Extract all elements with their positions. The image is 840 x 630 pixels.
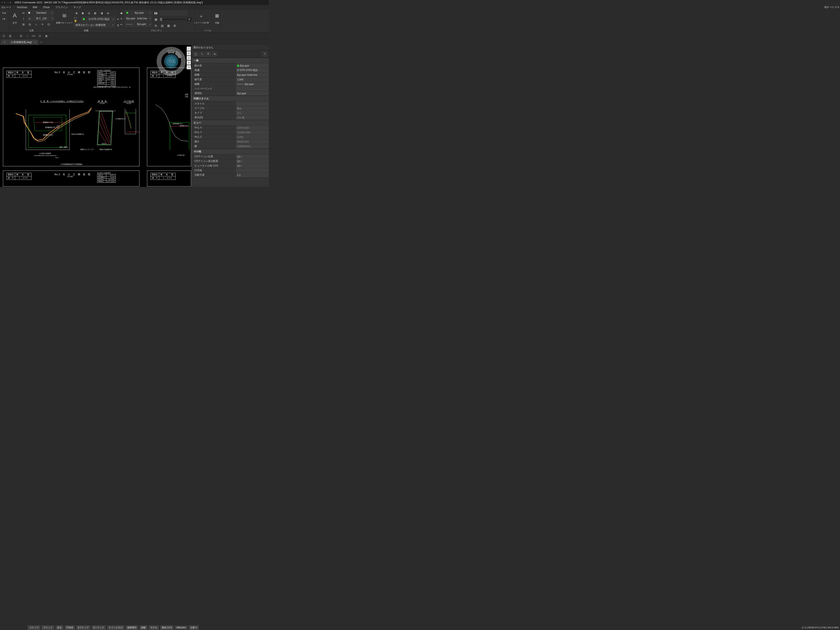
prop-tool-icon[interactable]: ⊞ <box>172 23 177 28</box>
prop-tool-icon[interactable]: ⧉ <box>153 23 158 28</box>
anno-icon[interactable]: ⊡ <box>46 22 51 27</box>
layer-manager-icon[interactable]: ≋ <box>59 11 69 21</box>
property-value[interactable] <box>235 101 269 106</box>
anno-icon[interactable]: ⊟ <box>27 22 32 27</box>
anno-icon[interactable]: ⊞ <box>21 22 26 27</box>
property-value[interactable]: D-STR-STR2-既設 <box>235 68 269 73</box>
property-value[interactable]: ByLayer <box>235 91 269 96</box>
undo-icon[interactable]: ⤺ ▾ <box>1 1 5 4</box>
menu-item[interactable]: XtraTools <box>17 6 27 9</box>
tab-prev[interactable]: × <box>1 39 8 45</box>
tool-icon[interactable]: ▦ <box>44 34 48 38</box>
home-icon[interactable]: ⌂ <box>187 47 191 51</box>
menu-item[interactable]: BIM <box>33 6 37 9</box>
property-value[interactable]: はい <box>235 164 269 168</box>
prop-tool-icon[interactable]: ▤ <box>159 23 165 28</box>
text-style-combo[interactable]: Standard▾ <box>27 11 54 15</box>
dimstyle-icon[interactable]: ⟟ <box>21 16 26 21</box>
lineweight-combo[interactable]: ByLayer▾ <box>125 22 152 27</box>
linetype-icon[interactable]: ≡ <box>119 16 124 21</box>
property-row[interactable]: 表示(D)いいえ <box>191 115 269 120</box>
lineweight-toggle-icon[interactable]: ▮▮ <box>153 11 158 16</box>
close-icon[interactable]: × <box>4 41 5 44</box>
property-value[interactable]: いいえ <box>235 115 269 120</box>
measure-icon[interactable]: ⟁ <box>196 11 206 21</box>
section-other[interactable]: その他 <box>191 149 269 154</box>
draw-icon2[interactable]: ⌇▾ <box>1 16 6 21</box>
opacity-input[interactable] <box>160 11 187 15</box>
property-value[interactable]: 0.000 <box>235 135 269 139</box>
anno-icon[interactable]: ⟐ <box>33 22 39 27</box>
close-icon[interactable]: × <box>35 41 36 44</box>
textstyle-icon[interactable]: AII <box>21 11 26 16</box>
color-combo[interactable]: ByLayer▾ <box>125 11 152 15</box>
property-value[interactable]: 122563.565 <box>235 130 269 134</box>
property-value[interactable]: ByLayer Solid line <box>235 73 269 77</box>
rotate90-icon[interactable]: 90 <box>187 56 191 60</box>
property-row[interactable]: 中心 Y122563.565 <box>191 130 269 135</box>
color-icon[interactable]: ◆ <box>119 11 124 16</box>
dim-style-combo[interactable]: 人実寸_100▾ <box>27 16 54 21</box>
property-row[interactable]: スタイル <box>191 101 269 106</box>
layer-tool-icon[interactable]: ◐ <box>93 11 98 16</box>
rotate-icon[interactable]: ⟳ <box>187 51 191 55</box>
property-row[interactable]: CSアイコン原点配置はい <box>191 159 269 164</box>
property-row[interactable]: テーブルなし <box>191 106 269 111</box>
property-row[interactable]: ビュータイル毎 CCSはい <box>191 164 269 168</box>
section-view[interactable]: ビュー <box>191 120 269 126</box>
property-row[interactable]: 高さ55829.501 <box>191 139 269 144</box>
property-row[interactable]: CCS名 <box>191 168 269 173</box>
property-value[interactable]: 109959.843 <box>235 144 269 148</box>
property-value[interactable]: はい <box>235 159 269 163</box>
property-value[interactable]: はい <box>235 154 269 159</box>
menu-item[interactable]: JTools <box>43 6 50 9</box>
prop-filter-icon[interactable]: ≋ <box>212 52 217 56</box>
property-row[interactable]: 画層D-STR-STR2-既設 <box>191 68 269 73</box>
linetype-combo[interactable]: ByLayer Solid line▾ <box>125 16 152 21</box>
redo-icon[interactable]: ⤻ ▾ <box>7 1 11 4</box>
property-value[interactable]: 23474.662 <box>235 126 269 130</box>
layer-tool-icon[interactable]: ◉ <box>80 11 85 16</box>
info-icon[interactable]: ▦ <box>212 11 222 21</box>
layer-tool-icon[interactable]: ◈ <box>74 11 79 16</box>
prop-cursor-icon[interactable]: ↖ <box>199 52 205 56</box>
section-general[interactable]: 一般 <box>191 58 269 63</box>
property-value[interactable]: ByLayer <box>235 63 269 68</box>
property-row[interactable]: 線の色ByLayer <box>191 63 269 68</box>
property-value[interactable] <box>235 168 269 173</box>
property-row[interactable]: 線幅ByLayer <box>191 82 269 87</box>
prop-cursor2-icon[interactable]: ⇱ <box>206 52 211 56</box>
active-layer-combo[interactable]: D-STR-STR2-既設▾ <box>81 17 115 21</box>
tool-icon[interactable]: ⊡ <box>2 34 6 38</box>
transparency-icon[interactable]: ▦ <box>153 17 158 22</box>
prop-edit-icon[interactable]: ◫ <box>193 52 198 56</box>
tab-active[interactable]: 仁田尾構造図.dwg* × <box>8 39 39 45</box>
property-value[interactable]: 1.000 <box>235 77 269 82</box>
anno-icon[interactable]: Ａ <box>40 22 45 27</box>
draw-icon[interactable]: ✎▾ <box>1 11 6 16</box>
layer-state-combo[interactable]: 保存されていない画層状態▾ <box>74 23 115 27</box>
tool-icon[interactable]: ▥ <box>8 34 12 38</box>
property-row[interactable]: 線尺度1.000 <box>191 77 269 82</box>
menu-item[interactable]: マップ <box>73 6 81 9</box>
layer-tool-icon[interactable]: ◑ <box>99 11 104 16</box>
layer-tool-icon[interactable]: ≣ <box>106 11 111 16</box>
property-row[interactable]: 幅109959.843 <box>191 144 269 149</box>
menu-item[interactable]: ポレート <box>1 6 11 9</box>
model-viewport[interactable]: ⌂ ⟳ 90 ⬌ ⚙ 図面名構 造 図 縮 尺１：２００ No.2 谷 止 工 … <box>0 45 191 187</box>
tool-icon[interactable]: ABC <box>32 34 36 38</box>
property-row[interactable]: CSアイコン位置はい <box>191 154 269 159</box>
text-icon[interactable]: A <box>9 11 20 21</box>
pan-icon[interactable]: ⬌ <box>187 60 191 65</box>
tool-icon[interactable]: ⊡ <box>38 34 42 38</box>
property-row[interactable]: 中心 X23474.662 <box>191 126 269 130</box>
property-value[interactable]: なし <box>235 106 269 111</box>
tool-icon[interactable]: ⊞ <box>19 34 23 38</box>
menu-item[interactable]: プラグイン <box>55 6 68 9</box>
property-value[interactable]: なし <box>235 111 269 115</box>
property-row[interactable]: 中心 Z0.000 <box>191 135 269 139</box>
property-row[interactable]: タイプなし <box>191 111 269 115</box>
property-row[interactable]: 注釈尺度1:1 <box>191 173 269 177</box>
property-row[interactable]: 線種ByLayer Solid line <box>191 73 269 77</box>
prop-tool-icon[interactable]: ▦ <box>166 23 171 28</box>
